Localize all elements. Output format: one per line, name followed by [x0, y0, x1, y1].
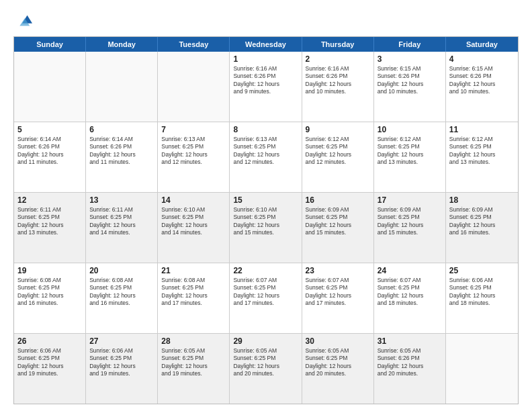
- day-info: Sunrise: 6:15 AM Sunset: 6:26 PM Dayligh…: [449, 65, 515, 96]
- day-info: Sunrise: 6:05 AM Sunset: 6:25 PM Dayligh…: [233, 347, 298, 378]
- header: [13, 12, 519, 31]
- day-cell-14: 14Sunrise: 6:10 AM Sunset: 6:25 PM Dayli…: [158, 193, 230, 263]
- day-cell-21: 21Sunrise: 6:08 AM Sunset: 6:25 PM Dayli…: [158, 263, 230, 333]
- day-info: Sunrise: 6:10 AM Sunset: 6:25 PM Dayligh…: [233, 206, 298, 237]
- day-number: 3: [378, 54, 442, 64]
- calendar-row-1: 5Sunrise: 6:14 AM Sunset: 6:26 PM Daylig…: [14, 122, 518, 193]
- day-number: 15: [233, 195, 298, 205]
- day-info: Sunrise: 6:06 AM Sunset: 6:25 PM Dayligh…: [17, 347, 82, 378]
- weekday-header-friday: Friday: [374, 37, 446, 52]
- day-number: 7: [161, 125, 226, 134]
- day-cell-17: 17Sunrise: 6:09 AM Sunset: 6:25 PM Dayli…: [374, 193, 446, 263]
- day-info: Sunrise: 6:16 AM Sunset: 6:26 PM Dayligh…: [233, 65, 298, 96]
- day-info: Sunrise: 6:13 AM Sunset: 6:25 PM Dayligh…: [161, 136, 226, 167]
- day-info: Sunrise: 6:16 AM Sunset: 6:26 PM Dayligh…: [306, 65, 370, 96]
- logo-icon: [13, 12, 32, 31]
- day-number: 18: [449, 195, 515, 205]
- calendar: SundayMondayTuesdayWednesdayThursdayFrid…: [13, 36, 519, 404]
- day-cell-27: 27Sunrise: 6:06 AM Sunset: 6:25 PM Dayli…: [86, 334, 158, 404]
- weekday-header-monday: Monday: [86, 37, 158, 52]
- day-cell-13: 13Sunrise: 6:11 AM Sunset: 6:25 PM Dayli…: [86, 193, 158, 263]
- day-info: Sunrise: 6:09 AM Sunset: 6:25 PM Dayligh…: [378, 206, 442, 237]
- day-info: Sunrise: 6:14 AM Sunset: 6:26 PM Dayligh…: [17, 136, 82, 167]
- day-cell-2: 2Sunrise: 6:16 AM Sunset: 6:26 PM Daylig…: [302, 52, 374, 122]
- empty-cell-r0c2: [158, 52, 230, 122]
- day-cell-6: 6Sunrise: 6:14 AM Sunset: 6:26 PM Daylig…: [86, 122, 158, 192]
- day-info: Sunrise: 6:08 AM Sunset: 6:25 PM Dayligh…: [161, 277, 226, 308]
- empty-cell-r0c0: [14, 52, 86, 122]
- day-number: 24: [378, 266, 442, 275]
- day-info: Sunrise: 6:15 AM Sunset: 6:26 PM Dayligh…: [378, 65, 442, 96]
- day-cell-10: 10Sunrise: 6:12 AM Sunset: 6:25 PM Dayli…: [374, 122, 446, 192]
- day-cell-31: 31Sunrise: 6:05 AM Sunset: 6:26 PM Dayli…: [374, 334, 446, 404]
- calendar-row-3: 19Sunrise: 6:08 AM Sunset: 6:25 PM Dayli…: [14, 263, 518, 334]
- day-cell-9: 9Sunrise: 6:12 AM Sunset: 6:25 PM Daylig…: [302, 122, 374, 192]
- day-info: Sunrise: 6:12 AM Sunset: 6:25 PM Dayligh…: [449, 136, 515, 167]
- calendar-row-2: 12Sunrise: 6:11 AM Sunset: 6:25 PM Dayli…: [14, 193, 518, 263]
- day-cell-5: 5Sunrise: 6:14 AM Sunset: 6:26 PM Daylig…: [14, 122, 86, 192]
- day-number: 2: [306, 54, 370, 64]
- day-info: Sunrise: 6:06 AM Sunset: 6:25 PM Dayligh…: [449, 277, 515, 308]
- day-number: 13: [89, 195, 154, 205]
- day-number: 12: [17, 195, 82, 205]
- day-number: 19: [17, 266, 82, 275]
- day-number: 5: [17, 125, 82, 134]
- weekday-header-sunday: Sunday: [14, 37, 86, 52]
- day-cell-8: 8Sunrise: 6:13 AM Sunset: 6:25 PM Daylig…: [230, 122, 302, 192]
- day-number: 26: [17, 336, 82, 346]
- day-cell-1: 1Sunrise: 6:16 AM Sunset: 6:26 PM Daylig…: [230, 52, 302, 122]
- day-info: Sunrise: 6:09 AM Sunset: 6:25 PM Dayligh…: [449, 206, 515, 237]
- day-info: Sunrise: 6:12 AM Sunset: 6:25 PM Dayligh…: [378, 136, 442, 167]
- day-number: 17: [378, 195, 442, 205]
- day-info: Sunrise: 6:11 AM Sunset: 6:25 PM Dayligh…: [89, 206, 154, 237]
- day-number: 22: [233, 266, 298, 275]
- day-number: 16: [306, 195, 370, 205]
- day-cell-26: 26Sunrise: 6:06 AM Sunset: 6:25 PM Dayli…: [14, 334, 86, 404]
- empty-cell-r0c1: [86, 52, 158, 122]
- day-cell-3: 3Sunrise: 6:15 AM Sunset: 6:26 PM Daylig…: [374, 52, 446, 122]
- day-info: Sunrise: 6:13 AM Sunset: 6:25 PM Dayligh…: [233, 136, 298, 167]
- day-number: 9: [306, 125, 370, 134]
- day-number: 6: [89, 125, 154, 134]
- day-info: Sunrise: 6:05 AM Sunset: 6:26 PM Dayligh…: [378, 347, 442, 378]
- day-info: Sunrise: 6:12 AM Sunset: 6:25 PM Dayligh…: [306, 136, 370, 167]
- day-cell-23: 23Sunrise: 6:07 AM Sunset: 6:25 PM Dayli…: [302, 263, 374, 333]
- day-number: 29: [233, 336, 298, 346]
- day-info: Sunrise: 6:07 AM Sunset: 6:25 PM Dayligh…: [233, 277, 298, 308]
- day-cell-22: 22Sunrise: 6:07 AM Sunset: 6:25 PM Dayli…: [230, 263, 302, 333]
- day-cell-29: 29Sunrise: 6:05 AM Sunset: 6:25 PM Dayli…: [230, 334, 302, 404]
- day-cell-11: 11Sunrise: 6:12 AM Sunset: 6:25 PM Dayli…: [446, 122, 518, 192]
- day-number: 10: [378, 125, 442, 134]
- day-number: 31: [378, 336, 442, 346]
- day-number: 4: [449, 54, 515, 64]
- day-info: Sunrise: 6:07 AM Sunset: 6:25 PM Dayligh…: [306, 277, 370, 308]
- day-cell-24: 24Sunrise: 6:07 AM Sunset: 6:25 PM Dayli…: [374, 263, 446, 333]
- day-info: Sunrise: 6:14 AM Sunset: 6:26 PM Dayligh…: [89, 136, 154, 167]
- day-cell-12: 12Sunrise: 6:11 AM Sunset: 6:25 PM Dayli…: [14, 193, 86, 263]
- day-number: 27: [89, 336, 154, 346]
- empty-cell-r4c6: [446, 334, 518, 404]
- day-info: Sunrise: 6:11 AM Sunset: 6:25 PM Dayligh…: [17, 206, 82, 237]
- calendar-row-0: 1Sunrise: 6:16 AM Sunset: 6:26 PM Daylig…: [14, 52, 518, 122]
- day-info: Sunrise: 6:09 AM Sunset: 6:25 PM Dayligh…: [306, 206, 370, 237]
- day-cell-20: 20Sunrise: 6:08 AM Sunset: 6:25 PM Dayli…: [86, 263, 158, 333]
- day-number: 23: [306, 266, 370, 275]
- logo: [13, 12, 36, 31]
- day-info: Sunrise: 6:08 AM Sunset: 6:25 PM Dayligh…: [17, 277, 82, 308]
- day-info: Sunrise: 6:06 AM Sunset: 6:25 PM Dayligh…: [89, 347, 154, 378]
- day-number: 8: [233, 125, 298, 134]
- weekday-header-saturday: Saturday: [446, 37, 518, 52]
- day-number: 14: [161, 195, 226, 205]
- day-cell-7: 7Sunrise: 6:13 AM Sunset: 6:25 PM Daylig…: [158, 122, 230, 192]
- calendar-body: 1Sunrise: 6:16 AM Sunset: 6:26 PM Daylig…: [14, 52, 518, 404]
- weekday-header-tuesday: Tuesday: [158, 37, 230, 52]
- day-number: 20: [89, 266, 154, 275]
- day-info: Sunrise: 6:05 AM Sunset: 6:25 PM Dayligh…: [306, 347, 370, 378]
- day-number: 30: [306, 336, 370, 346]
- day-number: 11: [449, 125, 515, 134]
- day-cell-18: 18Sunrise: 6:09 AM Sunset: 6:25 PM Dayli…: [446, 193, 518, 263]
- day-info: Sunrise: 6:08 AM Sunset: 6:25 PM Dayligh…: [89, 277, 154, 308]
- day-number: 25: [449, 266, 515, 275]
- day-cell-28: 28Sunrise: 6:05 AM Sunset: 6:25 PM Dayli…: [158, 334, 230, 404]
- day-info: Sunrise: 6:05 AM Sunset: 6:25 PM Dayligh…: [161, 347, 226, 378]
